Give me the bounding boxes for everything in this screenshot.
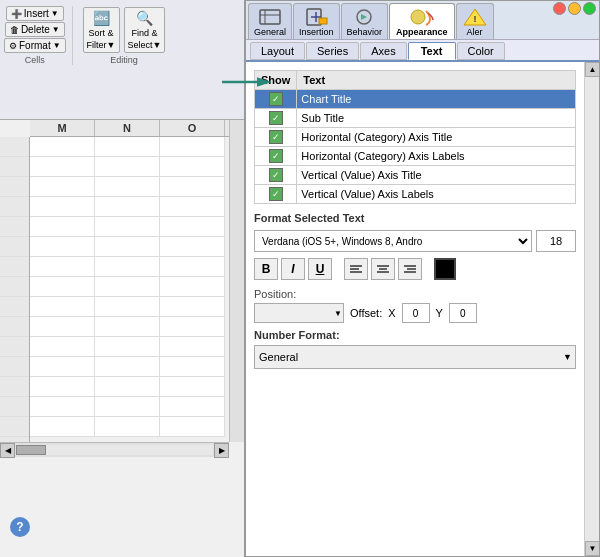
grid-cell[interactable] — [95, 337, 160, 357]
grid-cell[interactable] — [30, 177, 95, 197]
underline-button[interactable]: U — [308, 258, 332, 280]
table-row[interactable]: Chart Title — [255, 90, 576, 109]
text-cell[interactable]: Chart Title — [297, 90, 576, 109]
tab-appearance[interactable]: Appearance — [389, 3, 455, 39]
grid-cell[interactable] — [95, 157, 160, 177]
text-cell[interactable]: Sub Title — [297, 109, 576, 128]
grid-cell[interactable] — [160, 177, 225, 197]
grid-cell[interactable] — [160, 157, 225, 177]
window-close-button[interactable] — [553, 2, 566, 15]
grid-cell[interactable] — [30, 357, 95, 377]
show-checkbox-cell[interactable] — [255, 166, 297, 185]
scroll-down-button[interactable]: ▼ — [585, 541, 599, 556]
grid-cell[interactable] — [95, 297, 160, 317]
position-select[interactable] — [254, 303, 344, 323]
table-row[interactable]: Vertical (Value) Axis Title — [255, 166, 576, 185]
show-checkbox[interactable] — [269, 187, 283, 201]
grid-cell[interactable] — [30, 257, 95, 277]
scroll-right-button[interactable]: ▶ — [214, 443, 229, 458]
panel-vertical-scrollbar[interactable]: ▲ ▼ — [584, 62, 599, 556]
delete-button[interactable]: 🗑 Delete ▼ — [5, 22, 65, 37]
table-row[interactable]: Horizontal (Category) Axis Title — [255, 128, 576, 147]
table-row[interactable]: Horizontal (Category) Axis Labels — [255, 147, 576, 166]
grid-cell[interactable] — [30, 197, 95, 217]
window-minimize-button[interactable] — [568, 2, 581, 15]
grid-cell[interactable] — [30, 277, 95, 297]
bold-button[interactable]: B — [254, 258, 278, 280]
grid-cell[interactable] — [95, 397, 160, 417]
grid-cell[interactable] — [95, 197, 160, 217]
align-left-button[interactable] — [344, 258, 368, 280]
scroll-left-button[interactable]: ◀ — [0, 443, 15, 458]
grid-cell[interactable] — [160, 297, 225, 317]
sort-filter-button[interactable]: 🔤 Sort & Filter▼ — [83, 7, 120, 53]
window-maximize-button[interactable] — [583, 2, 596, 15]
number-format-select[interactable]: General — [254, 345, 576, 369]
insert-button[interactable]: ➕ Insert ▼ — [6, 6, 64, 21]
grid-cell[interactable] — [95, 237, 160, 257]
horizontal-scrollbar[interactable]: ◀ ▶ — [0, 442, 229, 457]
subtab-axes[interactable]: Axes — [360, 42, 406, 60]
show-checkbox-cell[interactable] — [255, 109, 297, 128]
grid-cell[interactable] — [95, 417, 160, 437]
grid-cell[interactable] — [30, 337, 95, 357]
font-size-input[interactable] — [536, 230, 576, 252]
grid-cell[interactable] — [30, 157, 95, 177]
tab-insertion[interactable]: Insertion — [293, 3, 340, 39]
show-checkbox-cell[interactable] — [255, 185, 297, 204]
grid-cell[interactable] — [160, 257, 225, 277]
grid-cell[interactable] — [95, 177, 160, 197]
grid-cell[interactable] — [30, 137, 95, 157]
grid-cell[interactable] — [95, 277, 160, 297]
show-checkbox-cell[interactable] — [255, 147, 297, 166]
text-cell[interactable]: Vertical (Value) Axis Labels — [297, 185, 576, 204]
subtab-text[interactable]: Text — [408, 42, 456, 60]
grid-cell[interactable] — [160, 417, 225, 437]
scroll-thumb[interactable] — [16, 445, 46, 455]
font-select[interactable]: Verdana (iOS 5+, Windows 8, Andro — [254, 230, 532, 252]
show-checkbox[interactable] — [269, 149, 283, 163]
tab-alert[interactable]: ! Aler — [456, 3, 494, 39]
grid-cell[interactable] — [30, 417, 95, 437]
grid-cell[interactable] — [160, 277, 225, 297]
show-checkbox-cell[interactable] — [255, 128, 297, 147]
subtab-color[interactable]: Color — [457, 42, 505, 60]
grid-cell[interactable] — [95, 137, 160, 157]
x-offset-input[interactable] — [402, 303, 430, 323]
text-cell[interactable]: Horizontal (Category) Axis Labels — [297, 147, 576, 166]
help-icon[interactable]: ? — [10, 517, 30, 537]
table-row[interactable]: Vertical (Value) Axis Labels — [255, 185, 576, 204]
scroll-track[interactable] — [16, 445, 213, 455]
grid-cell[interactable] — [30, 237, 95, 257]
grid-cell[interactable] — [30, 317, 95, 337]
grid-cell[interactable] — [160, 377, 225, 397]
format-button[interactable]: ⚙ Format ▼ — [4, 38, 66, 53]
scroll-up-button[interactable]: ▲ — [585, 62, 599, 77]
grid-cell[interactable] — [30, 377, 95, 397]
grid-cell[interactable] — [160, 197, 225, 217]
align-right-button[interactable] — [398, 258, 422, 280]
align-center-button[interactable] — [371, 258, 395, 280]
grid-cell[interactable] — [160, 137, 225, 157]
tab-general[interactable]: General — [248, 3, 292, 39]
grid-cell[interactable] — [95, 317, 160, 337]
show-checkbox[interactable] — [269, 92, 283, 106]
grid-cell[interactable] — [160, 237, 225, 257]
grid-cell[interactable] — [160, 397, 225, 417]
table-row[interactable]: Sub Title — [255, 109, 576, 128]
scroll-track-vertical[interactable] — [585, 77, 599, 541]
grid-cell[interactable] — [30, 397, 95, 417]
grid-cell[interactable] — [160, 217, 225, 237]
grid-cells[interactable] — [30, 137, 225, 457]
grid-cell[interactable] — [95, 357, 160, 377]
italic-button[interactable]: I — [281, 258, 305, 280]
y-offset-input[interactable] — [449, 303, 477, 323]
vertical-scrollbar[interactable] — [229, 120, 244, 442]
grid-cell[interactable] — [30, 217, 95, 237]
grid-cell[interactable] — [95, 217, 160, 237]
tab-behavior[interactable]: Behavior — [341, 3, 389, 39]
show-checkbox[interactable] — [269, 130, 283, 144]
grid-cell[interactable] — [30, 297, 95, 317]
grid-cell[interactable] — [160, 337, 225, 357]
find-select-button[interactable]: 🔍 Find & Select▼ — [124, 7, 166, 53]
